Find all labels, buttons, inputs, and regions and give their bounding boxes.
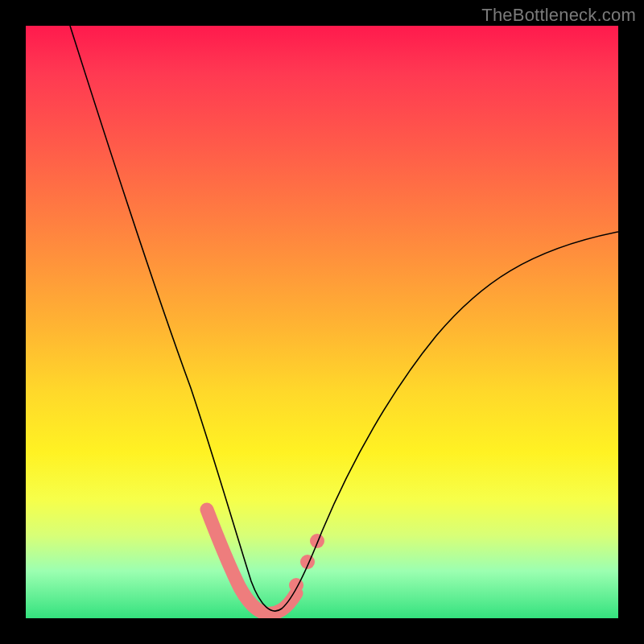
watermark-text: TheBottleneck.com [481,5,636,26]
plot-area [26,26,618,618]
valley-highlight [207,510,296,613]
bottleneck-curve [70,26,618,611]
valley-marker-right-3 [310,534,324,548]
chart-frame: TheBottleneck.com [0,0,644,644]
curve-svg [26,26,618,618]
